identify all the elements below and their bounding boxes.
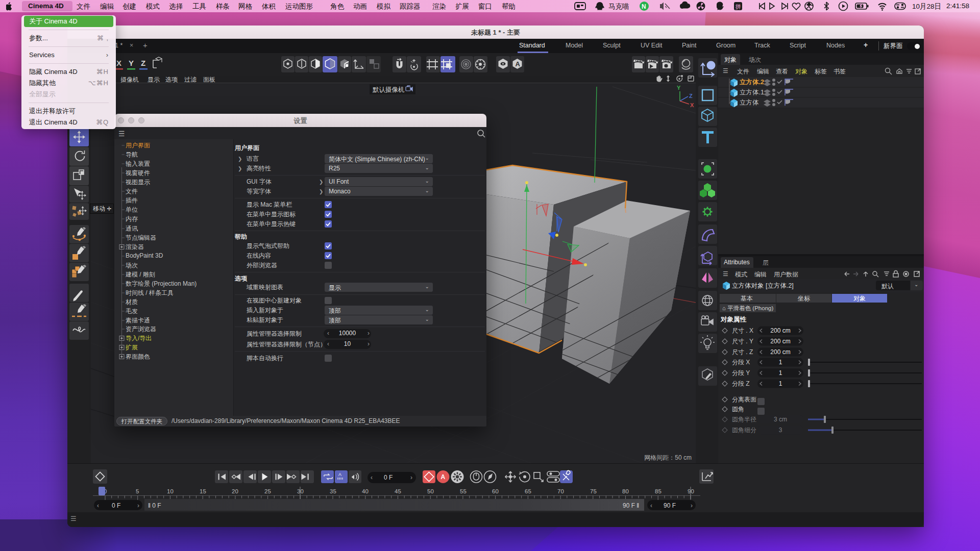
svg-text:Z: Z (689, 93, 693, 99)
svg-text:‹: ‹ (371, 474, 373, 481)
svg-text:立方体.2: 立方体.2 (739, 78, 764, 86)
svg-text:尺寸 . Z: 尺寸 . Z (732, 348, 753, 356)
svg-text:Z: Z (141, 59, 145, 67)
svg-text:立方体: 立方体 (740, 99, 759, 106)
svg-text:›: › (410, 474, 412, 481)
svg-text:0 F: 0 F (384, 474, 393, 481)
svg-text:20: 20 (232, 488, 238, 494)
svg-text:1: 1 (779, 369, 782, 377)
svg-text:55: 55 (460, 488, 467, 494)
svg-text:立方体.1: 立方体.1 (740, 89, 764, 96)
svg-text:90 F: 90 F (664, 502, 676, 509)
svg-text:15: 15 (200, 488, 206, 494)
svg-text:Y: Y (677, 85, 681, 91)
svg-text:尺寸 . Y: 尺寸 . Y (732, 338, 753, 345)
svg-text:65: 65 (525, 488, 531, 494)
svg-text:1: 1 (779, 359, 782, 366)
svg-text:200 cm: 200 cm (770, 338, 790, 345)
svg-text:›: › (137, 502, 139, 509)
svg-text:50: 50 (427, 488, 434, 494)
svg-text:25: 25 (264, 488, 271, 494)
svg-text:3 cm: 3 cm (774, 416, 787, 423)
svg-text:80: 80 (622, 488, 629, 494)
svg-text:N: N (642, 3, 646, 10)
svg-text:45: 45 (395, 488, 401, 494)
svg-text:A: A (441, 473, 446, 481)
svg-text:圆角半径: 圆角半径 (732, 416, 756, 423)
svg-text:A: A (338, 472, 341, 477)
svg-text:默认摄像机: 默认摄像机 (373, 86, 405, 93)
svg-text:分段 X: 分段 X (732, 359, 750, 366)
svg-text:75: 75 (590, 488, 597, 494)
svg-text:‹: ‹ (97, 502, 99, 509)
svg-text:拼: 拼 (736, 4, 741, 10)
svg-text:85: 85 (655, 488, 662, 494)
svg-text:200 cm: 200 cm (770, 327, 790, 334)
svg-text:分段 Y: 分段 Y (732, 369, 750, 377)
svg-text:3: 3 (779, 427, 782, 434)
svg-text:X: X (690, 102, 694, 108)
svg-text:60: 60 (492, 488, 499, 494)
svg-text:圆角: 圆角 (732, 406, 744, 413)
svg-text:Y: Y (129, 59, 134, 67)
svg-text:圆角细分: 圆角细分 (732, 427, 756, 434)
svg-text:网格间距：50 cm: 网格间距：50 cm (644, 454, 692, 461)
svg-text:0 F: 0 F (112, 502, 120, 509)
svg-text:A: A (516, 60, 521, 68)
svg-text:35: 35 (330, 488, 336, 494)
svg-text:‹: ‹ (650, 502, 652, 509)
svg-text:尺寸 . X: 尺寸 . X (732, 327, 753, 334)
svg-text:›: › (691, 502, 693, 509)
svg-text:5: 5 (136, 488, 139, 494)
svg-text:200 cm: 200 cm (770, 348, 790, 356)
svg-text:1: 1 (779, 380, 782, 387)
svg-text:分段 Z: 分段 Z (732, 380, 750, 387)
svg-text:分离表面: 分离表面 (732, 396, 756, 403)
svg-text:X: X (116, 59, 121, 67)
svg-text:90 F ‖: 90 F ‖ (623, 502, 639, 509)
svg-text:70: 70 (557, 488, 564, 494)
svg-text:10: 10 (167, 488, 174, 494)
svg-text:40: 40 (362, 488, 369, 494)
svg-text:‖ 0 F: ‖ 0 F (148, 502, 161, 509)
